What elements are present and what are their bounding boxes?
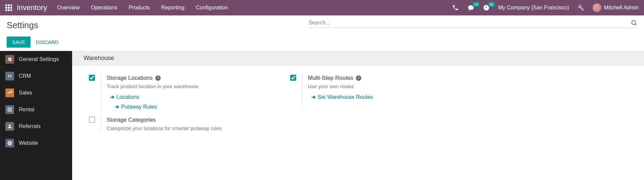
search-icon[interactable]: [631, 19, 637, 26]
topbar: Inventory Overview Operations Products R…: [0, 0, 644, 15]
link-label: Set Warehouse Routes: [318, 94, 373, 100]
sidebar-item-label: General Settings: [19, 56, 59, 62]
sidebar-item-sales[interactable]: Sales: [0, 84, 72, 101]
globe-icon: [5, 139, 14, 147]
main-menu: Overview Operations Products Reporting C…: [57, 5, 228, 11]
help-icon[interactable]: ?: [155, 75, 161, 81]
link-set-warehouse-routes[interactable]: ➔ Set Warehouse Routes: [311, 94, 373, 100]
arrow-right-icon: ➔: [311, 94, 316, 100]
sidebar-item-referrals[interactable]: Referrals: [0, 118, 72, 135]
storage-locations-checkbox[interactable]: [89, 75, 95, 81]
sidebar-item-label: CRM: [19, 73, 31, 79]
search-container: [309, 18, 637, 28]
gear-icon: [5, 55, 14, 64]
company-switcher[interactable]: My Company (San Francisco): [498, 5, 569, 11]
app-title[interactable]: Inventory: [17, 3, 47, 12]
avatar: [593, 3, 601, 12]
debug-icon[interactable]: [577, 4, 585, 11]
sidebar-item-general[interactable]: General Settings: [0, 51, 72, 68]
setting-multi-step-routes: Multi-Step Routes ? Use your own routes …: [290, 75, 478, 110]
link-label: Locations: [116, 94, 140, 100]
user-menu[interactable]: Mitchell Admin: [593, 3, 639, 12]
sidebar-item-label: Rental: [19, 107, 34, 113]
help-icon[interactable]: ?: [356, 75, 361, 81]
menu-configuration[interactable]: Configuration: [196, 5, 228, 11]
control-bar: Settings Save Discard: [0, 15, 644, 51]
sidebar-item-label: Sales: [19, 90, 32, 96]
arrow-right-icon: ➔: [115, 104, 119, 110]
page-title: Settings: [7, 20, 38, 31]
sidebar-item-website[interactable]: Website: [0, 135, 72, 152]
storage-categories-checkbox[interactable]: [89, 117, 95, 123]
setting-description: Categorize your locations for smarter pu…: [107, 125, 222, 131]
menu-products[interactable]: Products: [128, 5, 150, 11]
sidebar-item-label: Referrals: [19, 123, 41, 129]
link-putaway-rules[interactable]: ➔ Putaway Rules: [110, 104, 199, 110]
messaging-icon[interactable]: 14: [467, 4, 475, 11]
svg-point-0: [632, 20, 636, 24]
user-name: Mitchell Admin: [604, 5, 639, 11]
search-input[interactable]: [309, 20, 631, 26]
multi-step-routes-checkbox[interactable]: [290, 75, 296, 81]
topbar-right: 14 35 My Company (San Francisco) Mitchel…: [452, 3, 639, 12]
svg-line-1: [635, 24, 637, 25]
discard-button[interactable]: Discard: [36, 39, 59, 45]
person-icon: [5, 122, 14, 131]
main-area: General Settings CRM Sales Rental Referr…: [0, 51, 644, 180]
activities-icon[interactable]: 35: [483, 4, 490, 11]
setting-title: Multi-Step Routes: [308, 75, 353, 81]
link-label: Putaway Rules: [121, 104, 157, 110]
apps-icon[interactable]: [5, 4, 12, 11]
handshake-icon: [5, 72, 14, 80]
menu-operations[interactable]: Operations: [91, 5, 117, 11]
chart-icon: [5, 88, 14, 97]
section-title: Warehouse: [72, 51, 644, 65]
settings-content: Warehouse Storage Locations ? Track prod…: [72, 51, 644, 180]
menu-overview[interactable]: Overview: [57, 5, 80, 11]
link-locations[interactable]: ➔ Locations: [110, 94, 199, 100]
activities-badge: 35: [488, 2, 495, 7]
sidebar-item-label: Website: [19, 140, 38, 146]
setting-storage-categories: Storage Categories Categorize your locat…: [89, 117, 277, 131]
arrow-right-icon: ➔: [110, 94, 114, 100]
settings-sidebar: General Settings CRM Sales Rental Referr…: [0, 51, 72, 180]
phone-icon[interactable]: [452, 4, 459, 11]
save-button[interactable]: Save: [7, 37, 31, 48]
menu-reporting[interactable]: Reporting: [161, 5, 184, 11]
setting-storage-locations: Storage Locations ? Track product locati…: [89, 75, 277, 110]
sidebar-item-crm[interactable]: CRM: [0, 68, 72, 84]
setting-description: Track product location in your warehouse: [107, 83, 199, 89]
sidebar-item-rental[interactable]: Rental: [0, 101, 72, 118]
messages-badge: 14: [473, 2, 479, 7]
setting-title: Storage Locations: [107, 75, 153, 81]
setting-title: Storage Categories: [107, 117, 156, 123]
key-icon: [5, 105, 14, 114]
setting-description: Use your own routes: [308, 83, 373, 89]
